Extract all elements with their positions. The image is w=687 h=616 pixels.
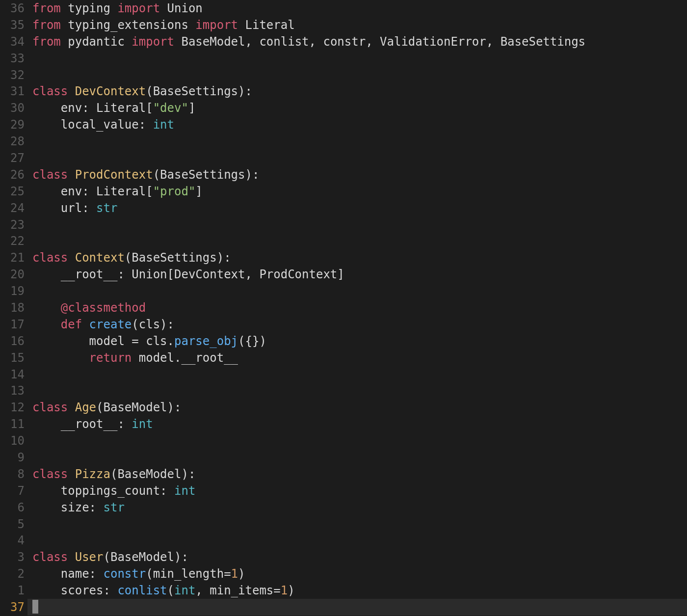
code-content[interactable]: from typing import Union [27,0,687,17]
code-token: BaseModel, conlist, constr, ValidationEr… [174,35,585,49]
code-line[interactable]: 27 [0,150,687,166]
code-content[interactable]: local_value: int [27,116,687,133]
code-content[interactable]: name: constr(min_length=1) [27,565,687,582]
code-line[interactable]: 37 [0,599,687,616]
code-content[interactable]: class Pizza(BaseModel): [27,466,687,482]
code-line[interactable]: 4 [0,533,687,549]
code-content[interactable] [27,516,687,533]
code-content[interactable]: __root__: int [27,416,687,432]
code-content[interactable] [27,50,687,67]
code-content[interactable]: from typing_extensions import Literal [27,17,687,33]
code-line[interactable]: 36from typing import Union [0,0,687,17]
code-line[interactable]: 31class DevContext(BaseSettings): [0,83,687,100]
code-line[interactable]: 10 [0,432,687,449]
code-line[interactable]: 24 url: str [0,200,687,216]
code-line[interactable]: 20 __root__: Union[DevContext, ProdConte… [0,266,687,283]
code-token: from [32,1,61,15]
code-content[interactable]: from pydantic import BaseModel, conlist,… [27,33,687,50]
code-line[interactable]: 33 [0,50,687,67]
code-line[interactable]: 16 model = cls.parse_obj({}) [0,333,687,349]
code-token: 1 [231,567,238,581]
code-line[interactable]: 25 env: Literal["prod"] [0,183,687,200]
code-token: class [32,467,68,481]
code-token: import [132,35,174,49]
code-content[interactable] [27,67,687,83]
code-token: return [89,351,132,365]
code-line[interactable]: 3class User(BaseModel): [0,549,687,565]
code-content[interactable]: env: Literal["prod"] [27,183,687,200]
code-content[interactable] [27,216,687,233]
code-content[interactable] [27,150,687,166]
code-content[interactable] [27,533,687,549]
code-content[interactable]: __root__: Union[DevContext, ProdContext] [27,266,687,283]
code-line[interactable]: 8class Pizza(BaseModel): [0,466,687,482]
code-content[interactable]: size: str [27,499,687,516]
code-token: class [32,550,68,564]
code-content[interactable] [27,449,687,466]
code-token: ] [188,101,195,115]
code-content[interactable]: toppings_count: int [27,482,687,499]
code-content[interactable]: @classmethod [27,299,687,316]
code-content[interactable]: class Context(BaseSettings): [27,249,687,266]
code-token: (BaseModel): [110,467,195,481]
code-line[interactable]: 22 [0,233,687,249]
code-content[interactable]: env: Literal["dev"] [27,100,687,116]
code-token: (cls): [132,318,174,331]
code-line[interactable]: 19 [0,283,687,299]
code-content[interactable]: class DevContext(BaseSettings): [27,83,687,100]
code-line[interactable]: 6 size: str [0,499,687,516]
code-line[interactable]: 29 local_value: int [0,116,687,133]
code-line[interactable]: 15 return model.__root__ [0,349,687,366]
line-number: 9 [0,451,27,464]
code-content[interactable]: class User(BaseModel): [27,549,687,565]
code-content[interactable] [27,133,687,150]
line-number: 5 [0,517,27,531]
code-content[interactable]: url: str [27,200,687,216]
code-line[interactable]: 26class ProdContext(BaseSettings): [0,166,687,183]
code-line[interactable]: 35from typing_extensions import Literal [0,17,687,33]
code-token: class [32,84,68,98]
code-content[interactable]: class Age(BaseModel): [27,399,687,416]
code-line[interactable]: 30 env: Literal["dev"] [0,100,687,116]
code-token: import [117,1,160,15]
line-number: 29 [0,118,27,132]
code-token: ProdContext [75,168,153,182]
code-token: env: Literal[ [32,101,153,115]
code-content[interactable] [27,366,687,383]
code-content[interactable] [27,599,687,616]
code-line[interactable]: 14 [0,366,687,383]
code-token [68,401,75,414]
code-content[interactable] [27,382,687,399]
code-line[interactable]: 12class Age(BaseModel): [0,399,687,416]
code-content[interactable]: model = cls.parse_obj({}) [27,333,687,349]
code-editor[interactable]: 36from typing import Union35from typing_… [0,0,687,616]
code-line[interactable]: 2 name: constr(min_length=1) [0,565,687,582]
code-content[interactable]: return model.__root__ [27,349,687,366]
code-token: "prod" [153,185,196,198]
code-token: parse_obj [174,334,238,348]
code-line[interactable]: 34from pydantic import BaseModel, conlis… [0,33,687,50]
code-line[interactable]: 23 [0,216,687,233]
line-number: 31 [0,84,27,98]
code-line[interactable]: 1 scores: conlist(int, min_items=1) [0,582,687,599]
code-line[interactable]: 21class Context(BaseSettings): [0,249,687,266]
line-number: 27 [0,151,27,165]
code-token: int [153,118,174,132]
code-content[interactable] [27,283,687,299]
code-token: toppings_count: [32,484,174,498]
line-number: 21 [0,251,27,265]
code-content[interactable]: class ProdContext(BaseSettings): [27,166,687,183]
code-line[interactable]: 28 [0,133,687,150]
code-line[interactable]: 18 @classmethod [0,299,687,316]
code-line[interactable]: 17 def create(cls): [0,316,687,333]
code-line[interactable]: 7 toppings_count: int [0,482,687,499]
code-line[interactable]: 11 __root__: int [0,416,687,432]
code-line[interactable]: 9 [0,449,687,466]
code-line[interactable]: 32 [0,67,687,83]
code-content[interactable] [27,233,687,249]
code-content[interactable]: def create(cls): [27,316,687,333]
code-line[interactable]: 5 [0,516,687,533]
code-line[interactable]: 13 [0,382,687,399]
code-content[interactable]: scores: conlist(int, min_items=1) [27,582,687,599]
code-content[interactable] [27,432,687,449]
